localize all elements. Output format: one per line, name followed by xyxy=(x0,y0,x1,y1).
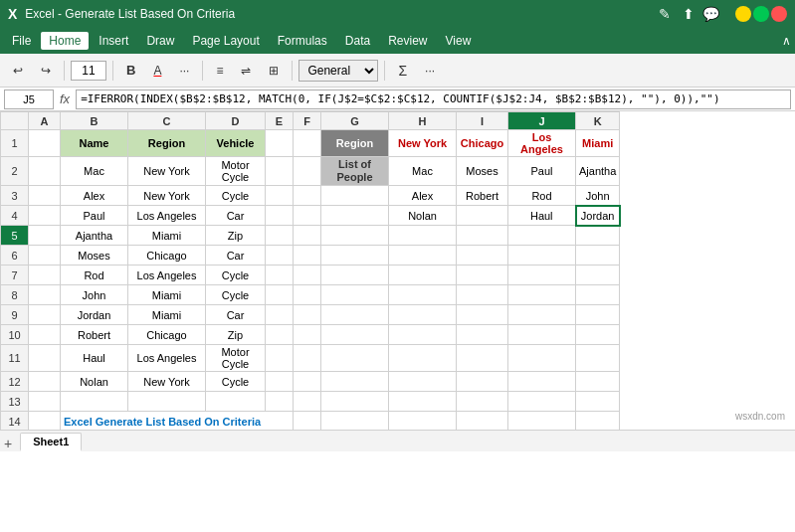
more-font-button[interactable]: ··· xyxy=(172,60,196,82)
cell-a4[interactable] xyxy=(29,206,61,226)
cell-k5[interactable] xyxy=(576,226,620,246)
cell-a2[interactable] xyxy=(29,157,61,186)
col-header-a[interactable]: A xyxy=(29,112,61,130)
cell-b12[interactable]: Nolan xyxy=(61,372,128,392)
cell-b13[interactable] xyxy=(61,392,128,412)
cell-b11[interactable]: Haul xyxy=(61,345,128,372)
cell-a14[interactable] xyxy=(29,412,61,432)
close-button[interactable] xyxy=(771,6,787,22)
cell-b4[interactable]: Paul xyxy=(61,206,128,226)
cell-f3[interactable] xyxy=(294,186,321,206)
cell-d12[interactable]: Cycle xyxy=(206,372,266,392)
cell-j11[interactable] xyxy=(508,345,576,372)
cell-c13[interactable] xyxy=(128,392,206,412)
cell-f8[interactable] xyxy=(294,285,321,305)
title-bar-controls[interactable]: ✎ ⬆ 💬 xyxy=(659,6,787,22)
col-header-d[interactable]: D xyxy=(206,112,266,130)
row-header-7[interactable]: 7 xyxy=(1,266,29,285)
cell-j13[interactable] xyxy=(508,392,576,412)
cell-c7[interactable]: Los Angeles xyxy=(128,266,206,285)
col-header-b[interactable]: B xyxy=(61,112,128,130)
cell-e2[interactable] xyxy=(266,157,294,186)
cell-h3[interactable]: Alex xyxy=(389,186,457,206)
cell-h14[interactable] xyxy=(389,412,457,432)
cell-a13[interactable] xyxy=(29,392,61,412)
cell-f1[interactable] xyxy=(294,130,321,157)
cell-h11[interactable] xyxy=(389,345,457,372)
cell-i13[interactable] xyxy=(457,392,508,412)
cell-k3[interactable]: John xyxy=(576,186,620,206)
cell-i12[interactable] xyxy=(457,372,508,392)
row-header-10[interactable]: 10 xyxy=(1,325,29,345)
cell-j12[interactable] xyxy=(508,372,576,392)
cell-j1[interactable]: LosAngeles xyxy=(508,130,576,157)
cell-k9[interactable] xyxy=(576,305,620,325)
cell-e10[interactable] xyxy=(266,325,294,345)
menu-view[interactable]: View xyxy=(438,32,480,50)
row-header-8[interactable]: 8 xyxy=(1,285,29,305)
cell-e12[interactable] xyxy=(266,372,294,392)
cell-f10[interactable] xyxy=(294,325,321,345)
align-button[interactable]: ≡ xyxy=(209,60,230,82)
cell-g11[interactable] xyxy=(321,345,389,372)
cell-b10[interactable]: Robert xyxy=(61,325,128,345)
row-header-5[interactable]: 5 xyxy=(1,226,29,246)
col-header-e[interactable]: E xyxy=(266,112,294,130)
cell-g7[interactable] xyxy=(321,266,389,285)
share-icon[interactable]: ⬆ xyxy=(683,6,695,22)
cell-a5[interactable] xyxy=(29,226,61,246)
cell-k13[interactable] xyxy=(576,392,620,412)
cell-g12[interactable] xyxy=(321,372,389,392)
cell-a6[interactable] xyxy=(29,246,61,266)
cell-a3[interactable] xyxy=(29,186,61,206)
cell-k14[interactable] xyxy=(576,412,620,432)
cell-k1[interactable]: Miami xyxy=(576,130,620,157)
cell-i6[interactable] xyxy=(457,246,508,266)
merge-button[interactable]: ⊞ xyxy=(262,60,286,82)
cell-a9[interactable] xyxy=(29,305,61,325)
cell-f14[interactable] xyxy=(294,412,321,432)
sheet-tab-1[interactable]: Sheet1 xyxy=(20,433,82,451)
cell-k2[interactable]: Ajantha xyxy=(576,157,620,186)
cell-a8[interactable] xyxy=(29,285,61,305)
cell-j14[interactable] xyxy=(508,412,576,432)
cell-a12[interactable] xyxy=(29,372,61,392)
cell-e11[interactable] xyxy=(266,345,294,372)
menu-review[interactable]: Review xyxy=(380,32,435,50)
cell-e3[interactable] xyxy=(266,186,294,206)
cell-h1[interactable]: New York xyxy=(389,130,457,157)
cell-i8[interactable] xyxy=(457,285,508,305)
cell-h13[interactable] xyxy=(389,392,457,412)
edit-icon[interactable]: ✎ xyxy=(659,6,671,22)
col-header-g[interactable]: G xyxy=(321,112,389,130)
cell-j8[interactable] xyxy=(508,285,576,305)
cell-h2[interactable]: Mac xyxy=(389,157,457,186)
cell-j2[interactable]: Paul xyxy=(508,157,576,186)
cell-j4[interactable]: Haul xyxy=(508,206,576,226)
cell-g1[interactable]: Region xyxy=(321,130,389,157)
cell-i9[interactable] xyxy=(457,305,508,325)
cell-i1[interactable]: Chicago xyxy=(457,130,508,157)
col-header-f[interactable]: F xyxy=(294,112,321,130)
cell-f13[interactable] xyxy=(294,392,321,412)
menu-home[interactable]: Home xyxy=(41,32,89,50)
cell-i10[interactable] xyxy=(457,325,508,345)
cell-e13[interactable] xyxy=(266,392,294,412)
cell-h10[interactable] xyxy=(389,325,457,345)
cell-d5[interactable]: Zip xyxy=(206,226,266,246)
cell-h9[interactable] xyxy=(389,305,457,325)
cell-g5[interactable] xyxy=(321,226,389,246)
cell-c3[interactable]: New York xyxy=(128,186,206,206)
cell-h12[interactable] xyxy=(389,372,457,392)
formula-input[interactable] xyxy=(76,89,791,109)
cell-g2[interactable]: List ofPeople xyxy=(321,157,389,186)
cell-f9[interactable] xyxy=(294,305,321,325)
cell-d7[interactable]: Cycle xyxy=(206,266,266,285)
cell-g6[interactable] xyxy=(321,246,389,266)
cell-g3[interactable] xyxy=(321,186,389,206)
ribbon-collapse-icon[interactable]: ∧ xyxy=(782,34,791,48)
cell-b5[interactable]: Ajantha xyxy=(61,226,128,246)
cell-c1[interactable]: Region xyxy=(128,130,206,157)
cell-c10[interactable]: Chicago xyxy=(128,325,206,345)
cell-i3[interactable]: Robert xyxy=(457,186,508,206)
